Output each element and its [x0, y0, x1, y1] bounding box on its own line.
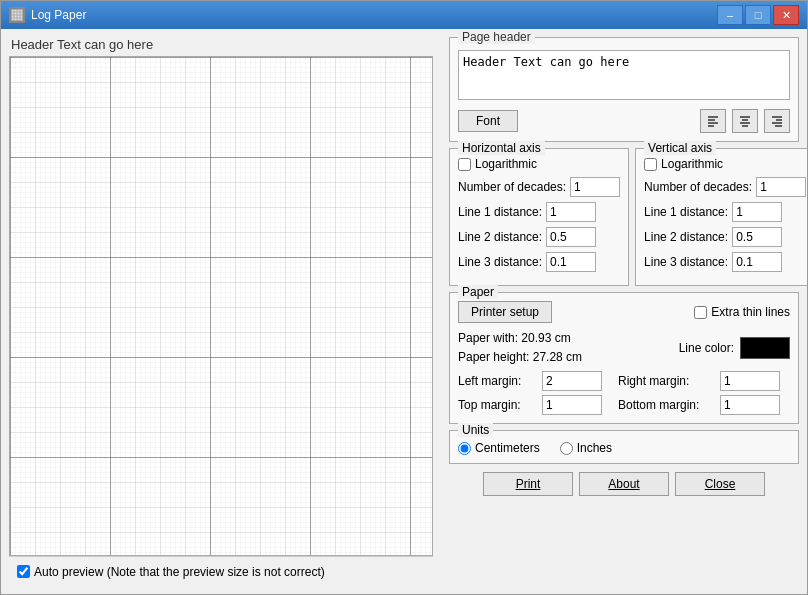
auto-preview-row: Auto preview (Note that the preview size…	[17, 565, 325, 579]
vertical-axis-group: Vertical axis Logarithmic Number of deca…	[635, 148, 807, 286]
units-radio-row: Centimeters Inches	[458, 441, 790, 455]
right-margin-label: Right margin:	[618, 374, 714, 388]
h-logarithmic-checkbox[interactable]	[458, 158, 471, 171]
close-button-label: Close	[705, 477, 736, 491]
h-line2-input[interactable]	[546, 227, 596, 247]
centimeters-label: Centimeters	[475, 441, 540, 455]
centimeters-radio[interactable]	[458, 442, 471, 455]
h-logarithmic-label: Logarithmic	[475, 157, 537, 171]
h-line3-input[interactable]	[546, 252, 596, 272]
right-panel: Page header Font	[441, 29, 807, 594]
preview-header-text: Header Text can go here	[11, 37, 433, 52]
page-header-label: Page header	[458, 30, 535, 44]
v-line3-label: Line 3 distance:	[644, 255, 728, 269]
paper-width-text: Paper with: 20.93 cm	[458, 329, 671, 348]
main-content: Header Text can go here	[1, 29, 807, 594]
v-logarithmic-row: Logarithmic	[644, 157, 806, 171]
auto-preview-checkbox[interactable]	[17, 565, 30, 578]
extra-thin-label: Extra thin lines	[711, 305, 790, 319]
title-bar-left: Log Paper	[9, 7, 86, 23]
v-line2-row: Line 2 distance:	[644, 227, 806, 247]
inches-option: Inches	[560, 441, 612, 455]
v-line2-input[interactable]	[732, 227, 782, 247]
app-icon	[9, 7, 25, 23]
v-decades-row: Number of decades:	[644, 177, 806, 197]
units-group-label: Units	[458, 423, 493, 437]
window-close-button[interactable]: ✕	[773, 5, 799, 25]
v-line1-input[interactable]	[732, 202, 782, 222]
about-button[interactable]: About	[579, 472, 669, 496]
bottom-margin-input[interactable]	[720, 395, 780, 415]
about-button-label: About	[608, 477, 639, 491]
margins-grid: Left margin: Right margin: Top margin: B…	[458, 371, 790, 415]
h-line3-label: Line 3 distance:	[458, 255, 542, 269]
close-button[interactable]: Close	[675, 472, 765, 496]
v-line1-label: Line 1 distance:	[644, 205, 728, 219]
align-left-button[interactable]	[700, 109, 726, 133]
header-toolbar: Font	[458, 109, 790, 133]
paper-row1: Printer setup Extra thin lines	[458, 301, 790, 323]
horizontal-axis-label: Horizontal axis	[458, 141, 545, 155]
v-line3-input[interactable]	[732, 252, 782, 272]
auto-preview-label: Auto preview (Note that the preview size…	[34, 565, 325, 579]
page-header-input[interactable]	[458, 50, 790, 100]
font-button[interactable]: Font	[458, 110, 518, 132]
printer-setup-button[interactable]: Printer setup	[458, 301, 552, 323]
align-center-button[interactable]	[732, 109, 758, 133]
h-line1-row: Line 1 distance:	[458, 202, 620, 222]
h-line1-label: Line 1 distance:	[458, 205, 542, 219]
h-decades-row: Number of decades:	[458, 177, 620, 197]
minimize-button[interactable]: –	[717, 5, 743, 25]
top-margin-input[interactable]	[542, 395, 602, 415]
v-logarithmic-label: Logarithmic	[661, 157, 723, 171]
h-line3-row: Line 3 distance:	[458, 252, 620, 272]
line-color-label: Line color:	[679, 339, 734, 358]
title-bar-controls: – □ ✕	[717, 5, 799, 25]
action-buttons-row: Print About Close	[449, 472, 799, 496]
v-decades-input[interactable]	[756, 177, 806, 197]
extra-thin-row: Extra thin lines	[694, 305, 790, 319]
grid-paper-preview	[9, 56, 433, 556]
inches-radio[interactable]	[560, 442, 573, 455]
v-decades-label: Number of decades:	[644, 180, 752, 194]
maximize-button[interactable]: □	[745, 5, 771, 25]
v-line3-row: Line 3 distance:	[644, 252, 806, 272]
print-button[interactable]: Print	[483, 472, 573, 496]
page-header-group: Page header Font	[449, 37, 799, 142]
grid-svg	[10, 57, 432, 555]
v-line2-label: Line 2 distance:	[644, 230, 728, 244]
main-window: Log Paper – □ ✕ Header Text can go here	[0, 0, 808, 595]
h-decades-label: Number of decades:	[458, 180, 566, 194]
bottom-margin-label: Bottom margin:	[618, 398, 714, 412]
inches-label: Inches	[577, 441, 612, 455]
vertical-axis-label: Vertical axis	[644, 141, 716, 155]
paper-dimensions-row: Paper with: 20.93 cm Paper height: 27.28…	[458, 329, 790, 367]
extra-thin-checkbox[interactable]	[694, 306, 707, 319]
v-line1-row: Line 1 distance:	[644, 202, 806, 222]
top-margin-label: Top margin:	[458, 398, 536, 412]
paper-height-text: Paper height: 27.28 cm	[458, 348, 671, 367]
align-right-button[interactable]	[764, 109, 790, 133]
v-logarithmic-checkbox[interactable]	[644, 158, 657, 171]
h-line2-row: Line 2 distance:	[458, 227, 620, 247]
horizontal-axis-group: Horizontal axis Logarithmic Number of de…	[449, 148, 629, 286]
bottom-bar: Auto preview (Note that the preview size…	[9, 556, 433, 586]
centimeters-option: Centimeters	[458, 441, 540, 455]
right-margin-input[interactable]	[720, 371, 780, 391]
h-logarithmic-row: Logarithmic	[458, 157, 620, 171]
title-bar: Log Paper – □ ✕	[1, 1, 807, 29]
svg-rect-9	[10, 57, 432, 555]
h-line2-label: Line 2 distance:	[458, 230, 542, 244]
window-title: Log Paper	[31, 8, 86, 22]
paper-group: Paper Printer setup Extra thin lines Pap…	[449, 292, 799, 424]
print-button-label: Print	[516, 477, 541, 491]
h-decades-input[interactable]	[570, 177, 620, 197]
line-color-picker[interactable]	[740, 337, 790, 359]
left-margin-label: Left margin:	[458, 374, 536, 388]
h-line1-input[interactable]	[546, 202, 596, 222]
preview-panel: Header Text can go here	[1, 29, 441, 594]
units-group: Units Centimeters Inches	[449, 430, 799, 464]
left-margin-input[interactable]	[542, 371, 602, 391]
paper-group-label: Paper	[458, 285, 498, 299]
axis-row: Horizontal axis Logarithmic Number of de…	[449, 148, 799, 286]
